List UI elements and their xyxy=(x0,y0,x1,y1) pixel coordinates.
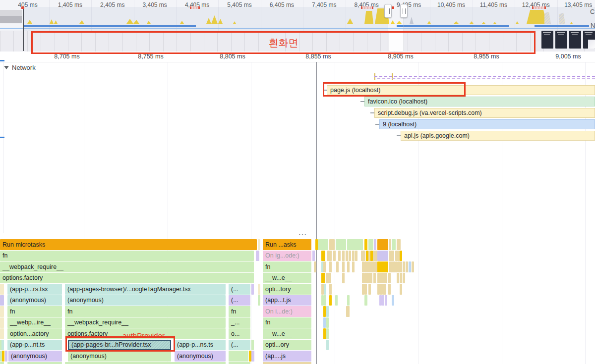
flame-bar[interactable] xyxy=(397,239,401,250)
flame-bar[interactable] xyxy=(326,328,329,339)
network-track-header[interactable]: Network xyxy=(4,64,36,71)
flame-bar[interactable]: __webp...ire__ xyxy=(7,317,62,328)
flame-bar[interactable] xyxy=(349,251,351,261)
flame-bar[interactable] xyxy=(327,251,332,261)
flame-bar[interactable]: fn xyxy=(263,261,311,272)
flame-bar[interactable] xyxy=(323,328,326,339)
flame-bar[interactable] xyxy=(256,251,259,261)
flame-bar[interactable] xyxy=(400,251,402,261)
flame-bar[interactable] xyxy=(175,362,226,364)
flame-bar[interactable] xyxy=(336,239,346,250)
flame-bar[interactable] xyxy=(333,251,336,261)
flame-bar[interactable] xyxy=(251,284,254,295)
flame-bar[interactable]: (anonymous) xyxy=(65,295,226,306)
flame-bar[interactable] xyxy=(258,295,260,306)
flame-bar[interactable] xyxy=(323,306,326,317)
flame-bar[interactable]: (app-p...rs.tsx xyxy=(7,284,62,295)
network-request-bar[interactable]: 9 (localhost) xyxy=(379,119,595,129)
flame-bar[interactable] xyxy=(336,261,339,272)
flame-bar[interactable] xyxy=(400,284,402,295)
flame-bar[interactable] xyxy=(5,351,7,362)
flame-bar[interactable]: Run ...asks xyxy=(263,239,311,250)
flame-bar[interactable] xyxy=(0,295,4,306)
flame-bar[interactable]: options.factory xyxy=(0,273,254,284)
flame-bar[interactable] xyxy=(380,273,387,284)
flame-bar[interactable] xyxy=(229,351,248,362)
flame-bar[interactable] xyxy=(347,239,363,250)
flame-bar[interactable]: fn xyxy=(65,306,226,317)
screenshot-thumb[interactable] xyxy=(541,31,553,49)
flame-bar[interactable] xyxy=(388,273,391,284)
flame-bar[interactable] xyxy=(392,239,396,250)
flame-bar[interactable]: fn xyxy=(7,306,62,317)
flame-bar[interactable] xyxy=(314,261,316,272)
flame-bar[interactable] xyxy=(364,239,367,250)
flame-bar[interactable] xyxy=(346,306,350,317)
flame-bar[interactable]: __webpack_require__ xyxy=(65,317,226,328)
flame-bar[interactable] xyxy=(0,284,4,295)
screenshot-thumb[interactable] xyxy=(569,31,581,49)
flame-bar[interactable] xyxy=(324,284,326,295)
flame-bar[interactable] xyxy=(403,273,405,284)
flame-bar[interactable] xyxy=(389,239,391,250)
flame-bar[interactable]: (app-pages-browser)/...oogleTagManager.t… xyxy=(65,284,226,295)
flame-bar[interactable]: (ap....js xyxy=(263,351,311,362)
flame-bar[interactable] xyxy=(347,261,350,272)
flame-bar[interactable] xyxy=(385,295,387,306)
flame-bar[interactable] xyxy=(312,251,315,261)
flame-bar[interactable]: fn xyxy=(0,251,254,261)
flame-bar[interactable]: On i...de:) xyxy=(263,306,311,317)
flame-bar[interactable] xyxy=(0,317,4,328)
flame-bar[interactable]: __w...e__ xyxy=(263,328,311,339)
flame-bar[interactable] xyxy=(329,239,335,250)
flame-bar[interactable] xyxy=(323,261,326,272)
network-request-bar[interactable]: favicon.ico (localhost) xyxy=(364,97,595,106)
flame-bar[interactable] xyxy=(397,273,399,284)
flame-bar[interactable]: (anonymous) xyxy=(8,351,62,362)
flame-bar[interactable]: Run microtasks xyxy=(0,239,257,250)
flame-bar[interactable]: fn xyxy=(229,306,250,317)
flame-bar[interactable] xyxy=(412,261,414,272)
flame-bar[interactable] xyxy=(352,251,355,261)
flame-bar[interactable] xyxy=(377,239,388,250)
flame-bar[interactable] xyxy=(374,239,376,250)
track-splitter-handle[interactable]: … xyxy=(298,227,307,238)
flame-bar[interactable]: (... xyxy=(229,340,250,351)
network-request-bar[interactable]: script.debug.js (va.vercel-scripts.com) xyxy=(374,108,595,118)
flame-bar[interactable] xyxy=(355,251,357,261)
flame-bar[interactable] xyxy=(388,284,391,295)
flame-bar[interactable] xyxy=(251,340,254,351)
flame-bar[interactable] xyxy=(409,261,411,272)
flame-bar[interactable] xyxy=(377,261,388,272)
flame-bar[interactable] xyxy=(364,295,367,306)
flame-bar[interactable] xyxy=(373,273,376,284)
flame-bar[interactable] xyxy=(400,273,402,284)
flame-bar[interactable] xyxy=(251,351,254,362)
flame-bar[interactable]: option...actory xyxy=(7,328,62,339)
flame-bar[interactable] xyxy=(7,362,62,364)
selection-right-handle[interactable] xyxy=(400,4,408,18)
flame-bar[interactable] xyxy=(346,251,348,261)
collapse-triangle-icon[interactable] xyxy=(4,66,9,69)
flame-bar[interactable] xyxy=(329,295,332,306)
flame-bar[interactable] xyxy=(382,295,384,306)
flame-bar[interactable] xyxy=(326,340,329,351)
flame-bar[interactable] xyxy=(258,239,260,250)
flame-bar[interactable] xyxy=(318,239,328,250)
flame-bar[interactable] xyxy=(392,295,394,306)
flame-bar[interactable] xyxy=(403,261,405,272)
screenshot-thumb[interactable] xyxy=(555,31,567,49)
flame-bar[interactable] xyxy=(326,306,329,317)
network-resizer-tick-top[interactable] xyxy=(0,60,4,61)
flame-bar[interactable] xyxy=(342,273,345,284)
flame-bar[interactable] xyxy=(406,261,408,272)
flame-bar[interactable] xyxy=(389,251,394,261)
flame-bar[interactable] xyxy=(368,239,373,250)
flame-bar[interactable] xyxy=(335,295,338,306)
flame-bar[interactable] xyxy=(258,284,260,295)
flame-bar[interactable] xyxy=(368,273,372,284)
flame-bar[interactable]: _... xyxy=(229,317,250,328)
flame-bar[interactable] xyxy=(0,328,4,339)
flame-bar[interactable]: __w...e__ xyxy=(263,273,311,284)
flame-bar[interactable]: (anonymous) xyxy=(175,351,226,362)
